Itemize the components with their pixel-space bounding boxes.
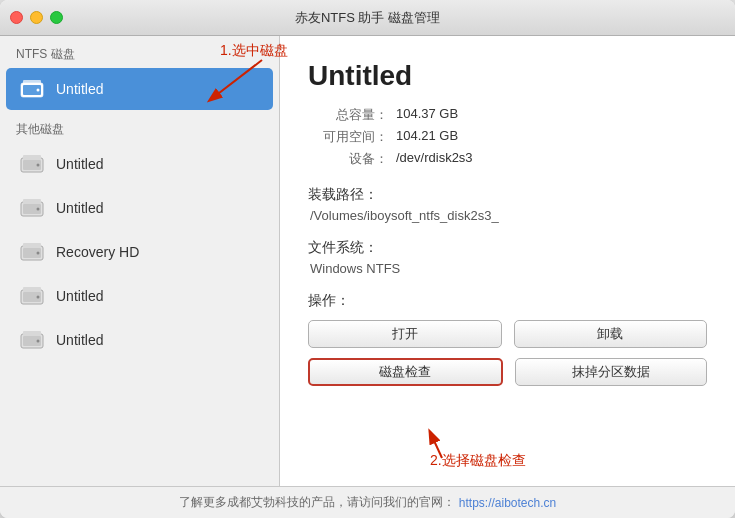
svg-rect-22 [23, 331, 41, 336]
mount-path-value: /Volumes/iboysoft_ntfs_disk2s3_ [308, 208, 707, 223]
device-value: /dev/rdisk2s3 [396, 150, 707, 168]
bottom-bar: 了解更多成都艾勃科技的产品，请访问我们的官网： https://aibotech… [0, 486, 735, 518]
filesystem-label: 文件系统： [308, 239, 707, 257]
button-row-2: 磁盘检查 抹掉分区数据 [308, 358, 707, 386]
disk-icon-ntfs [18, 75, 46, 103]
sidebar-item-label-ntfs-0: Untitled [56, 81, 103, 97]
svg-point-15 [37, 252, 40, 255]
svg-rect-6 [23, 155, 41, 160]
svg-rect-14 [23, 243, 41, 248]
maximize-button[interactable] [50, 11, 63, 24]
sidebar-item-other-4[interactable]: Untitled [6, 319, 273, 361]
button-row-1: 打开 卸载 [308, 320, 707, 348]
operations-label: 操作： [308, 292, 707, 310]
sidebar-item-ntfs-untitled-0[interactable]: Untitled [6, 68, 273, 110]
other-section-label: 其他磁盘 [0, 111, 279, 142]
disk-icon-other-1 [18, 194, 46, 222]
open-button[interactable]: 打开 [308, 320, 502, 348]
disk-icon-other-4 [18, 326, 46, 354]
titlebar: 赤友NTFS 助手 磁盘管理 [0, 0, 735, 36]
svg-point-3 [37, 89, 40, 92]
svg-rect-10 [23, 199, 41, 204]
bottom-bar-text: 了解更多成都艾勃科技的产品，请访问我们的官网： [179, 494, 455, 511]
wipe-partition-button[interactable]: 抹掉分区数据 [515, 358, 708, 386]
available-space-value: 104.21 GB [396, 128, 707, 146]
total-capacity-value: 104.37 GB [396, 106, 707, 124]
sidebar-item-other-3[interactable]: Untitled [6, 275, 273, 317]
sidebar-item-other-1[interactable]: Untitled [6, 187, 273, 229]
content-area: NTFS 磁盘 Untitled 其他磁盘 [0, 36, 735, 486]
bottom-bar-link[interactable]: https://aibotech.cn [459, 496, 556, 510]
minimize-button[interactable] [30, 11, 43, 24]
disk-icon-other-3 [18, 282, 46, 310]
disk-icon-other-0 [18, 150, 46, 178]
svg-point-11 [37, 208, 40, 211]
available-space-label: 可用空间： [308, 128, 388, 146]
window-title: 赤友NTFS 助手 磁盘管理 [295, 9, 440, 27]
svg-rect-2 [23, 80, 41, 85]
check-disk-button[interactable]: 磁盘检查 [308, 358, 503, 386]
window-controls[interactable] [10, 11, 63, 24]
filesystem-value: Windows NTFS [308, 261, 707, 276]
close-button[interactable] [10, 11, 23, 24]
sidebar-item-label-other-1: Untitled [56, 200, 103, 216]
mount-path-label: 装载路径： [308, 186, 707, 204]
sidebar-item-label-other-2: Recovery HD [56, 244, 139, 260]
svg-point-19 [37, 296, 40, 299]
svg-rect-18 [23, 287, 41, 292]
sidebar-item-other-0[interactable]: Untitled [6, 143, 273, 185]
sidebar-item-label-other-4: Untitled [56, 332, 103, 348]
sidebar-item-other-2[interactable]: Recovery HD [6, 231, 273, 273]
unmount-button[interactable]: 卸载 [514, 320, 708, 348]
disk-info-grid: 总容量： 104.37 GB 可用空间： 104.21 GB 设备： /dev/… [308, 106, 707, 168]
device-label: 设备： [308, 150, 388, 168]
total-capacity-label: 总容量： [308, 106, 388, 124]
main-panel: Untitled 总容量： 104.37 GB 可用空间： 104.21 GB … [280, 36, 735, 486]
sidebar-item-label-other-3: Untitled [56, 288, 103, 304]
sidebar: NTFS 磁盘 Untitled 其他磁盘 [0, 36, 280, 486]
ntfs-section-label: NTFS 磁盘 [0, 36, 279, 67]
svg-point-7 [37, 164, 40, 167]
sidebar-item-label-other-0: Untitled [56, 156, 103, 172]
svg-point-23 [37, 340, 40, 343]
disk-icon-other-2 [18, 238, 46, 266]
disk-title: Untitled [308, 60, 707, 92]
